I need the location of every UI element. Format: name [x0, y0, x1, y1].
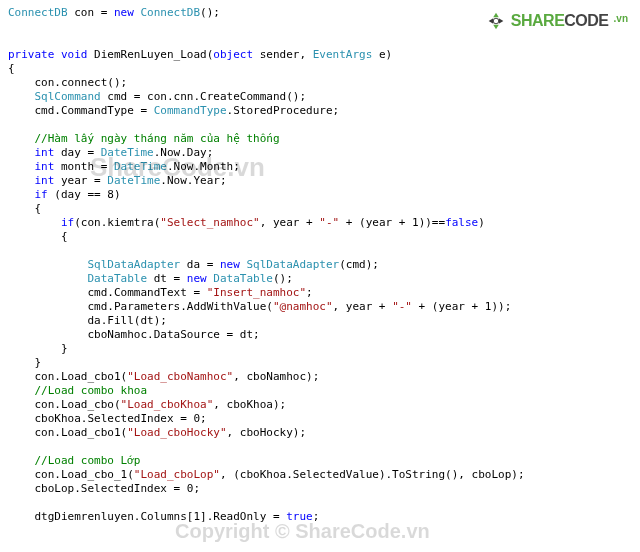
recycle-arrows-icon: [485, 10, 507, 32]
code-block: ConnectDB con = new ConnectDB(); private…: [8, 6, 632, 524]
sharecode-logo: SHARECODE .vn: [485, 10, 628, 32]
logo-vn-suffix: .vn: [614, 12, 628, 26]
svg-point-0: [493, 18, 499, 24]
logo-text: SHARECODE: [511, 14, 609, 28]
watermark-copyright: Copyright © ShareCode.vn: [175, 524, 430, 538]
